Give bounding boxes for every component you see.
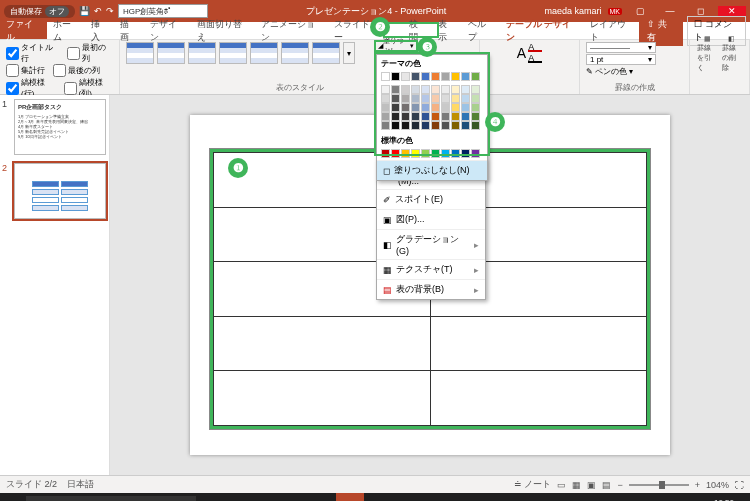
- edge-icon[interactable]: e: [224, 493, 252, 501]
- nofill-icon: ◻: [383, 166, 390, 176]
- gradient-icon: ◧: [383, 240, 392, 250]
- table-style-options: タイトル行 最初の列 集計行 最後の列 縞模様 (行) 縞模様 (列): [6, 42, 113, 99]
- user-name[interactable]: maeda kamari: [544, 6, 601, 16]
- taskbar-search[interactable]: ○ ここに入力して検索: [26, 496, 196, 501]
- outlook-icon[interactable]: ✉: [308, 493, 336, 501]
- view-reading-icon[interactable]: ▣: [587, 480, 596, 490]
- texture-icon: ▦: [383, 265, 392, 275]
- highlight-tab: [383, 22, 439, 38]
- tab-layout[interactable]: レイアウト: [584, 22, 640, 39]
- chk-title-row[interactable]: タイトル行: [6, 42, 59, 64]
- tab-table-design[interactable]: テーブル デザイン: [500, 22, 584, 39]
- slide-thumbnail-2[interactable]: [14, 163, 106, 219]
- zoom-slider[interactable]: [629, 484, 689, 486]
- powerpoint-icon[interactable]: P: [336, 493, 364, 501]
- slide-thumbnail-pane[interactable]: 1 PR企画部タスク 1月 プロモーション準備立案 2月～3月 来年度発表用関東…: [0, 95, 110, 475]
- tab-animations[interactable]: アニメーション: [255, 22, 328, 39]
- save-icon[interactable]: 💾: [79, 6, 90, 16]
- chk-last-col[interactable]: 最後の列: [53, 64, 100, 77]
- pencil-icon: ▦: [704, 35, 711, 43]
- language-indicator[interactable]: 日本語: [67, 478, 94, 491]
- table-style-thumb[interactable]: [250, 42, 278, 64]
- table-style-thumb[interactable]: [281, 42, 309, 64]
- tab-insert[interactable]: 挿入: [85, 22, 114, 39]
- eyedropper-icon: ✐: [383, 195, 391, 205]
- windows-taskbar: ⊞ ○ ここに入力して検索 ⧉ e 🗀 🛍 ✉ P ˄ ☁ 🖧 🔊 A 16:5…: [0, 493, 750, 501]
- task-view-icon[interactable]: ⧉: [196, 493, 224, 501]
- zoom-in-icon[interactable]: +: [695, 480, 700, 490]
- callout-4: ❹: [485, 112, 505, 132]
- user-badge: MK: [608, 8, 623, 15]
- picture-fill-item[interactable]: ▣図(P)...: [377, 209, 485, 229]
- pen-style-select[interactable]: —————▾: [586, 42, 656, 53]
- wordart-outline-icon[interactable]: A: [528, 53, 542, 63]
- font-selector[interactable]: HGP創英角ﾎﾟ: [118, 4, 208, 18]
- highlight-fill-button: [374, 40, 418, 52]
- quick-style-icon[interactable]: A: [517, 45, 526, 61]
- thumb-number: 1: [2, 99, 7, 109]
- callout-3: ❸: [417, 37, 437, 57]
- document-title: プレゼンテーション4 - PowerPoint: [208, 5, 544, 18]
- zoom-out-icon[interactable]: −: [617, 480, 622, 490]
- slide-thumbnail-1[interactable]: PR企画部タスク 1月 プロモーション準備立案 2月～3月 来年度発表用関東決定…: [14, 99, 106, 155]
- store-icon[interactable]: 🛍: [280, 493, 308, 501]
- view-sorter-icon[interactable]: ▦: [572, 480, 581, 490]
- table-style-thumb[interactable]: [188, 42, 216, 64]
- eraser-icon: ◧: [728, 35, 735, 43]
- tab-home[interactable]: ホーム: [47, 22, 85, 39]
- group-label-wordart: [528, 84, 530, 94]
- table-style-thumb[interactable]: [219, 42, 247, 64]
- close-icon[interactable]: ✕: [718, 6, 746, 16]
- tab-help[interactable]: ヘルプ: [462, 22, 500, 39]
- tab-transitions[interactable]: 画面切り替え: [191, 22, 255, 39]
- tab-draw[interactable]: 描画: [114, 22, 143, 39]
- status-bar: スライド 2/2 日本語 ≐ ノート ▭ ▦ ▣ ▤ − + 104% ⛶: [0, 475, 750, 493]
- group-label-borders: 罫線の作成: [586, 82, 683, 94]
- explorer-icon[interactable]: 🗀: [252, 493, 280, 501]
- no-fill-item[interactable]: ◻塗りつぶしなし(N): [377, 160, 487, 180]
- tab-file[interactable]: ファイル: [0, 22, 47, 39]
- fit-to-window-icon[interactable]: ⛶: [735, 480, 744, 490]
- view-slideshow-icon[interactable]: ▤: [602, 480, 611, 490]
- table-style-thumb[interactable]: [312, 42, 340, 64]
- zoom-level[interactable]: 104%: [706, 480, 729, 490]
- pen-color-button[interactable]: ✎ペンの色▾: [586, 66, 683, 77]
- draw-border-button[interactable]: ▦ 罫線を引く: [696, 42, 719, 66]
- tab-design[interactable]: デザイン: [144, 22, 191, 39]
- minimize-icon[interactable]: —: [658, 6, 682, 16]
- chk-first-col[interactable]: 最初の列: [67, 42, 113, 64]
- gradient-fill-item[interactable]: ◧グラデーション(G)▸: [377, 229, 485, 259]
- view-normal-icon[interactable]: ▭: [557, 480, 566, 490]
- table-style-thumb[interactable]: [157, 42, 185, 64]
- callout-2: ❷: [370, 17, 390, 37]
- ribbon-options-icon[interactable]: ▢: [628, 6, 652, 16]
- chk-total-row[interactable]: 集計行: [6, 64, 45, 77]
- pen-width-select[interactable]: 1 pt▾: [586, 54, 656, 65]
- notes-button[interactable]: ≐ ノート: [514, 478, 552, 491]
- autosave-toggle[interactable]: 自動保存 オフ: [4, 5, 75, 18]
- redo-icon[interactable]: ↷: [106, 6, 114, 16]
- texture-fill-item[interactable]: ▦テクスチャ(T)▸: [377, 259, 485, 279]
- table-style-thumb[interactable]: [126, 42, 154, 64]
- undo-icon[interactable]: ↶: [94, 6, 102, 16]
- table-style-more[interactable]: ▾: [343, 42, 355, 64]
- slide-counter[interactable]: スライド 2/2: [6, 478, 57, 491]
- picture-icon: ▣: [383, 215, 392, 225]
- table-background-item[interactable]: ▤表の背景(B)▸: [377, 279, 485, 299]
- callout-1: ❶: [228, 158, 248, 178]
- erase-border-button[interactable]: ◧ 罫線の削除: [721, 42, 744, 66]
- table-bg-icon: ▤: [383, 285, 392, 295]
- maximize-icon[interactable]: ◻: [688, 6, 712, 16]
- pen-icon: ✎: [586, 67, 593, 76]
- eyedropper-item[interactable]: ✐スポイト(E): [377, 189, 485, 209]
- wordart-fill-icon[interactable]: A: [528, 42, 542, 52]
- thumb-number: 2: [2, 163, 7, 173]
- highlight-color-panel: [374, 52, 490, 156]
